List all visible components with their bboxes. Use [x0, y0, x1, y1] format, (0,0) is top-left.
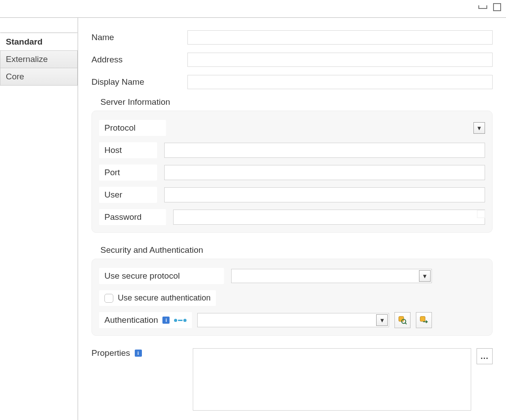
authentication-value — [198, 313, 375, 327]
authentication-transfer-button[interactable] — [416, 312, 432, 328]
sidebar-tab-externalize[interactable]: Externalize — [0, 50, 78, 68]
sidebar-spacer — [0, 27, 78, 33]
secure-protocol-dropdown-button[interactable]: ▼ — [419, 270, 431, 282]
info-icon[interactable]: i — [162, 317, 170, 324]
server-information-title: Server Information — [100, 97, 493, 107]
name-label: Name — [91, 33, 187, 42]
chevron-down-icon: ▼ — [422, 273, 428, 280]
secure-auth-row: Use secure authentication — [99, 290, 216, 306]
security-authentication-group: Use secure protocol ▼ Use secure authent… — [91, 259, 493, 336]
svg-rect-3 — [420, 317, 425, 321]
password-input[interactable] — [173, 210, 485, 225]
chevron-down-icon: ▼ — [379, 317, 385, 324]
protocol-value — [173, 121, 471, 135]
authentication-lookup-button[interactable] — [394, 312, 411, 328]
secure-protocol-value — [232, 269, 418, 283]
port-label: Port — [99, 165, 157, 181]
key-search-icon — [398, 315, 407, 325]
authentication-combo[interactable]: ▼ — [197, 313, 389, 327]
sidebar-tab-core[interactable]: Core — [0, 68, 78, 86]
link-icon[interactable] — [174, 319, 187, 322]
svg-line-2 — [405, 323, 407, 325]
svg-rect-0 — [399, 317, 404, 321]
secure-protocol-combo[interactable]: ▼ — [231, 269, 432, 283]
main-panel: Name Address Display Name Server Informa… — [78, 18, 506, 420]
name-input[interactable] — [187, 30, 493, 45]
key-transfer-icon — [419, 315, 429, 325]
password-indicator-icon — [477, 210, 485, 218]
user-input[interactable] — [164, 187, 485, 202]
sidebar: Standard Externalize Core — [0, 18, 78, 420]
secure-auth-label: Use secure authentication — [118, 293, 211, 303]
properties-textarea[interactable] — [193, 348, 471, 411]
properties-browse-button[interactable]: ... — [477, 348, 493, 364]
protocol-dropdown-button[interactable]: ▼ — [473, 122, 485, 134]
authentication-label-box: Authentication i — [99, 312, 192, 328]
password-label: Password — [99, 209, 166, 225]
window-maximize-button[interactable] — [493, 4, 502, 11]
sidebar-tab-standard[interactable]: Standard — [0, 33, 78, 51]
server-information-group: Protocol ▼ Host Port User — [91, 111, 493, 233]
window-titlebar — [0, 0, 506, 18]
host-input[interactable] — [164, 143, 485, 158]
user-label: User — [99, 187, 157, 203]
secure-protocol-label: Use secure protocol — [99, 268, 224, 284]
info-icon[interactable]: i — [135, 350, 142, 357]
port-input[interactable] — [164, 165, 485, 180]
host-label: Host — [99, 142, 157, 158]
properties-label: Properties — [91, 348, 130, 358]
protocol-label: Protocol — [99, 120, 166, 136]
display-name-input[interactable] — [187, 75, 493, 89]
address-label: Address — [91, 55, 187, 65]
protocol-combo[interactable]: ▼ — [173, 121, 485, 135]
authentication-dropdown-button[interactable]: ▼ — [376, 314, 388, 326]
chevron-down-icon: ▼ — [477, 125, 482, 132]
security-authentication-title: Security and Authentication — [100, 245, 493, 255]
secure-auth-checkbox[interactable] — [104, 294, 113, 303]
window-minimize-button[interactable] — [478, 4, 487, 11]
display-name-label: Display Name — [91, 77, 187, 87]
address-input[interactable] — [187, 53, 493, 67]
authentication-label: Authentication — [104, 315, 158, 325]
